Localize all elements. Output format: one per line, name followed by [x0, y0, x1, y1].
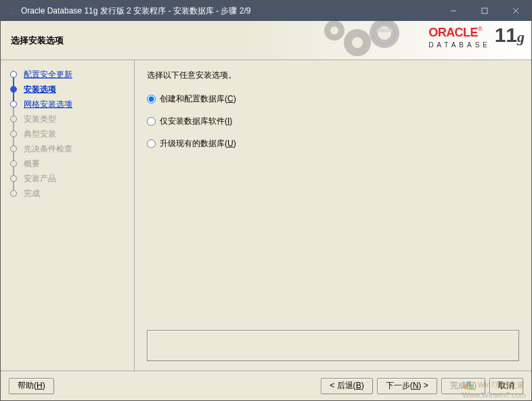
radio-label: 仅安装数据库软件(I) — [160, 116, 232, 127]
wizard-step[interactable]: 网格安装选项 — [1, 97, 134, 112]
radio-input[interactable] — [147, 95, 156, 103]
step-label: 典型安装 — [24, 128, 56, 140]
step-label: 配置安全更新 — [24, 69, 72, 80]
radio-input[interactable] — [147, 139, 156, 148]
header: 选择安装选项 ORACLE® DATABASE 11g — [1, 21, 531, 60]
next-button[interactable]: 下一步(N) > — [377, 378, 437, 394]
step-dot-icon — [10, 101, 17, 108]
wizard-step[interactable]: 配置安全更新 — [1, 67, 134, 82]
gears-decoration — [318, 21, 420, 60]
brand-text: ORACLE — [428, 26, 478, 39]
step-label: 安装选项 — [24, 84, 56, 95]
window-controls — [438, 1, 531, 21]
close-button[interactable] — [500, 1, 531, 21]
step-label: 安装类型 — [24, 114, 56, 125]
step-dot-icon — [10, 86, 17, 93]
svg-point-5 — [330, 26, 338, 34]
step-dot-icon — [10, 145, 17, 152]
step-label: 网格安装选项 — [24, 99, 72, 110]
step-dot-icon — [10, 116, 17, 122]
main-content: 选择以下任意安装选项。 创建和配置数据库(C)仅安装数据库软件(I)升级现有的数… — [135, 60, 531, 371]
version-logo: 11g — [495, 24, 525, 47]
java-icon — [6, 5, 17, 16]
body: 配置安全更新安装选项网格安装选项安装类型典型安装先决条件检查概要安装产品完成 选… — [1, 60, 531, 371]
cancel-button[interactable]: 取消 — [489, 378, 523, 394]
step-dot-icon — [10, 131, 17, 137]
wizard-step: 概要 — [1, 156, 134, 171]
minimize-button[interactable] — [438, 1, 469, 21]
step-dot-icon — [10, 175, 17, 182]
wizard-step: 安装产品 — [1, 171, 134, 186]
install-option-radio[interactable]: 仅安装数据库软件(I) — [147, 116, 519, 127]
step-label: 概要 — [24, 158, 40, 170]
titlebar: Oracle Database 11g 发行版 2 安装程序 - 安装数据库 -… — [1, 1, 531, 21]
finish-button: 完成(F) — [441, 378, 485, 394]
subbrand-text: DATABASE — [428, 41, 491, 49]
wizard-steps-sidebar: 配置安全更新安装选项网格安装选项安装类型典型安装先决条件检查概要安装产品完成 — [1, 60, 135, 371]
install-option-radio[interactable]: 创建和配置数据库(C) — [147, 93, 519, 105]
svg-point-7 — [352, 37, 363, 48]
svg-rect-1 — [482, 8, 487, 14]
help-button[interactable]: 帮助(H) — [9, 378, 54, 394]
step-dot-icon — [10, 160, 17, 167]
message-area — [147, 330, 519, 361]
step-label: 安装产品 — [24, 173, 56, 185]
radio-label: 创建和配置数据库(C) — [160, 93, 236, 105]
step-dot-icon — [10, 71, 17, 78]
oracle-logo: ORACLE® DATABASE — [428, 26, 491, 49]
wizard-step[interactable]: 安装选项 — [1, 82, 134, 97]
wizard-step: 完成 — [1, 186, 134, 201]
install-option-radio[interactable]: 升级现有的数据库(U) — [147, 138, 519, 149]
maximize-button[interactable] — [469, 1, 500, 21]
step-label: 先决条件检查 — [24, 143, 72, 155]
radio-label: 升级现有的数据库(U) — [160, 138, 236, 149]
window-title: Oracle Database 11g 发行版 2 安装程序 - 安装数据库 -… — [21, 5, 438, 17]
step-label: 完成 — [24, 188, 40, 199]
radio-input[interactable] — [147, 117, 156, 126]
back-button[interactable]: < 后退(B) — [321, 378, 372, 394]
wizard-step: 安装类型 — [1, 112, 134, 126]
installer-window: Oracle Database 11g 发行版 2 安装程序 - 安装数据库 -… — [0, 0, 532, 401]
step-dot-icon — [10, 190, 17, 197]
wizard-step: 先决条件检查 — [1, 141, 134, 156]
page-title: 选择安装选项 — [1, 34, 64, 47]
footer: 帮助(H) < 后退(B) 下一步(N) > 完成(F) 取消 Win7系统之家… — [1, 371, 531, 400]
svg-point-11 — [376, 28, 393, 32]
instruction-text: 选择以下任意安装选项。 — [147, 70, 519, 81]
wizard-step: 典型安装 — [1, 126, 134, 141]
